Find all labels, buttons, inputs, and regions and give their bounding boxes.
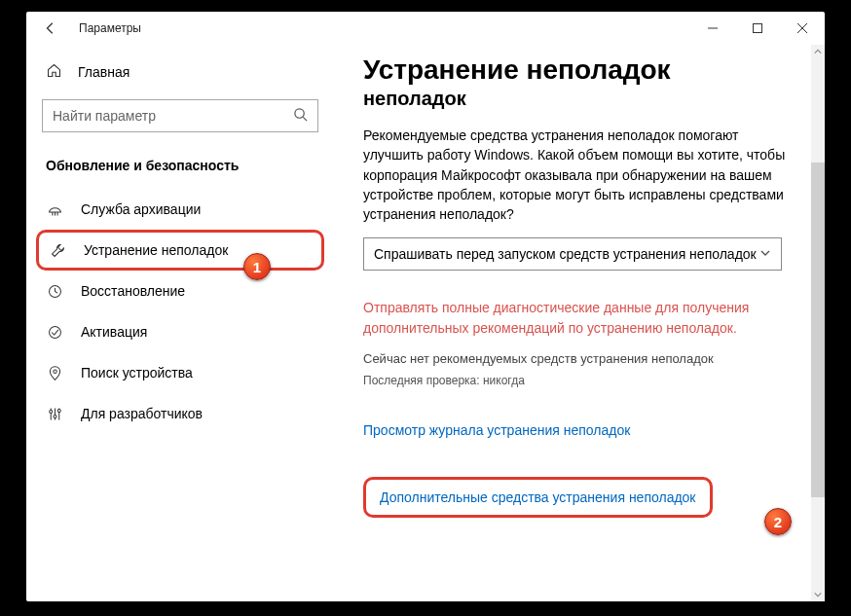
vertical-scrollbar[interactable] — [811, 45, 825, 601]
annotation-callout-2: 2 — [764, 508, 792, 535]
search-input[interactable]: Найти параметр — [42, 99, 318, 132]
sidebar-item-label: Для разработчиков — [81, 406, 203, 421]
page-title: Устранение неполадок — [363, 54, 786, 86]
diagnostic-link[interactable]: Отправлять полные диагностические данные… — [363, 298, 786, 338]
select-value: Спрашивать перед запуском средств устран… — [374, 246, 757, 262]
app-title: Параметры — [79, 21, 141, 35]
additional-troubleshooters-link[interactable]: Дополнительные средства устранения непол… — [363, 477, 713, 518]
svg-point-1 — [295, 109, 304, 118]
search-icon — [293, 107, 308, 125]
page-subtitle: неполадок — [363, 88, 786, 110]
last-check-text: Последняя проверка: никогда — [363, 374, 786, 387]
status-text: Сейчас нет рекомендуемых средств устране… — [363, 351, 786, 366]
sidebar-home[interactable]: Главная — [26, 53, 334, 93]
svg-rect-0 — [754, 24, 762, 33]
annotation-callout-1: 1 — [243, 253, 271, 280]
sidebar-item-label: Активация — [81, 324, 147, 340]
sidebar-item-find-device[interactable]: Поиск устройства — [26, 352, 334, 393]
sidebar-item-developers[interactable]: Для разработчиков — [26, 393, 334, 434]
description-text: Рекомендуемые средства устранения непола… — [363, 126, 786, 224]
chevron-down-icon — [759, 246, 771, 262]
scroll-down-icon[interactable] — [811, 588, 825, 601]
scroll-up-icon[interactable] — [811, 45, 825, 58]
sidebar-item-label: Восстановление — [81, 283, 185, 299]
sidebar: Главная Найти параметр Обновление и безо… — [26, 45, 334, 601]
scrollbar-thumb[interactable] — [811, 163, 825, 496]
history-link[interactable]: Просмотр журнала устранения неполадок — [363, 422, 630, 438]
svg-point-5 — [49, 410, 52, 413]
content-pane: Устранение неполадок неполадок Рекоменду… — [334, 45, 825, 601]
sidebar-item-label: Служба архивации — [81, 201, 201, 217]
sliders-icon — [46, 405, 63, 422]
sidebar-item-label: Устранение неполадок — [84, 242, 228, 258]
recovery-icon — [46, 282, 63, 300]
maximize-button[interactable] — [735, 12, 780, 45]
sidebar-item-backup[interactable]: Служба архивации — [26, 189, 334, 230]
svg-point-4 — [53, 370, 56, 373]
titlebar: Параметры — [26, 12, 825, 45]
wrench-icon — [49, 241, 66, 259]
close-button[interactable] — [780, 12, 825, 45]
location-icon — [46, 364, 63, 381]
svg-point-6 — [53, 415, 56, 417]
back-button[interactable] — [44, 21, 57, 35]
home-icon — [46, 62, 62, 82]
sidebar-item-recovery[interactable]: Восстановление — [26, 271, 334, 311]
frequency-select[interactable]: Спрашивать перед запуском средств устран… — [363, 237, 782, 271]
svg-point-3 — [49, 326, 60, 338]
settings-window: Параметры Главная Найти параметр Обно — [26, 12, 825, 601]
sidebar-home-label: Главная — [78, 64, 130, 80]
svg-point-7 — [57, 409, 60, 412]
sidebar-item-activation[interactable]: Активация — [26, 311, 334, 352]
sidebar-category: Обновление и безопасность — [26, 132, 334, 189]
backup-icon — [46, 200, 63, 218]
sidebar-item-label: Поиск устройства — [81, 365, 193, 380]
check-circle-icon — [46, 323, 63, 341]
sidebar-item-troubleshoot[interactable]: Устранение неполадок — [36, 230, 324, 271]
minimize-button[interactable] — [690, 12, 735, 45]
search-placeholder: Найти параметр — [53, 108, 156, 124]
